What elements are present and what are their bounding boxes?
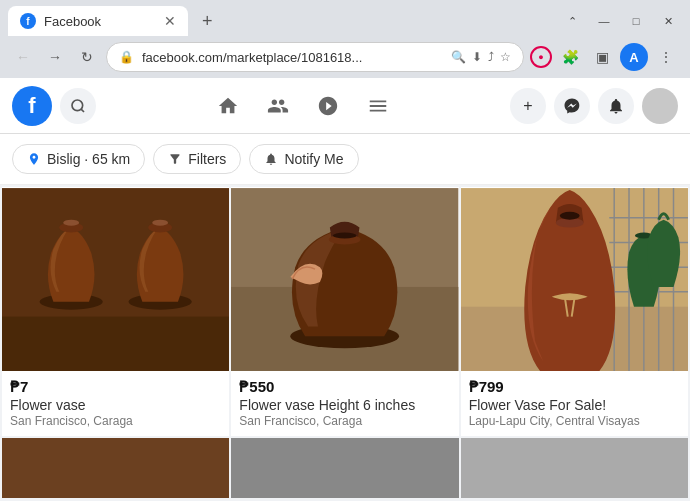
facebook-logo[interactable]: f — [12, 86, 52, 126]
minimize-button[interactable]: — — [590, 11, 618, 31]
filter-bar: Bislig · 65 km Filters Notify Me — [0, 134, 690, 185]
download-icon[interactable]: ⬇ — [472, 50, 482, 64]
notify-me-button[interactable]: Notify Me — [249, 144, 358, 174]
lock-icon: 🔒 — [119, 50, 134, 64]
location-text: Bislig · 65 km — [47, 151, 130, 167]
browser-profile-button[interactable]: A — [620, 43, 648, 71]
product-price-2: ₱550 — [239, 378, 450, 396]
plus-button[interactable]: + — [510, 88, 546, 124]
product-card-3[interactable]: ₱799 Flower Vase For Sale! Lapu-Lapu Cit… — [461, 187, 688, 436]
product-price-3: ₱799 — [469, 378, 680, 396]
close-button[interactable]: ✕ — [654, 11, 682, 31]
product-name-2: Flower vase Height 6 inches — [239, 397, 450, 413]
products-area: ₱7 Flower vase San Francisco, Caraga — [0, 185, 690, 500]
svg-point-0 — [72, 100, 83, 111]
product-info-3: ₱799 Flower Vase For Sale! Lapu-Lapu Cit… — [461, 372, 688, 436]
restore-button[interactable]: □ — [622, 11, 650, 31]
product-name-3: Flower Vase For Sale! — [469, 397, 680, 413]
window-controls: ⌃ — □ ✕ — [558, 11, 682, 31]
url-actions: 🔍 ⬇ ⤴ ☆ — [451, 50, 511, 64]
forward-button[interactable]: → — [42, 44, 68, 70]
active-tab[interactable]: f Facebook ✕ — [8, 6, 188, 36]
more-options-icon[interactable]: ⋮ — [652, 43, 680, 71]
notifications-button[interactable] — [598, 88, 634, 124]
star-icon[interactable]: ☆ — [500, 50, 511, 64]
partial-card-2[interactable] — [231, 438, 458, 498]
filters-button[interactable]: Filters — [153, 144, 241, 174]
extension-icon-red[interactable]: ● — [530, 46, 552, 68]
browser-toolbar: ● 🧩 ▣ A ⋮ — [530, 43, 680, 71]
url-bar[interactable]: 🔒 facebook.com/marketplace/1081618... 🔍 … — [106, 42, 524, 72]
partial-card-1[interactable] — [2, 438, 229, 498]
share-icon[interactable]: ⤴ — [488, 50, 494, 64]
svg-rect-3 — [2, 317, 229, 371]
nav-center-icons — [104, 84, 502, 128]
search-button[interactable] — [60, 88, 96, 124]
menu-icon[interactable] — [353, 84, 403, 128]
svg-point-6 — [63, 220, 79, 226]
product-image-3 — [461, 187, 688, 372]
messenger-button[interactable] — [554, 88, 590, 124]
friends-icon[interactable] — [253, 84, 303, 128]
tab-title: Facebook — [44, 14, 156, 29]
product-info-1: ₱7 Flower vase San Francisco, Caraga — [2, 372, 229, 436]
svg-point-9 — [152, 220, 168, 226]
address-bar: ← → ↻ 🔒 facebook.com/marketplace/1081618… — [0, 36, 690, 78]
product-location-2: San Francisco, Caraga — [239, 414, 450, 428]
groups-icon[interactable] — [303, 84, 353, 128]
product-name-1: Flower vase — [10, 397, 221, 413]
svg-point-14 — [333, 233, 357, 239]
fb-action-buttons: + — [510, 88, 678, 124]
tab-favicon: f — [20, 13, 36, 29]
product-card-1[interactable]: ₱7 Flower vase San Francisco, Caraga — [2, 187, 229, 436]
filters-label: Filters — [188, 151, 226, 167]
chevron-up-icon[interactable]: ⌃ — [558, 11, 586, 31]
new-tab-button[interactable]: + — [196, 9, 219, 34]
products-row2 — [2, 438, 688, 498]
product-image-2 — [231, 187, 458, 372]
product-image-1 — [2, 187, 229, 372]
svg-line-1 — [81, 109, 84, 112]
home-icon[interactable] — [203, 84, 253, 128]
split-tab-icon[interactable]: ▣ — [588, 43, 616, 71]
products-grid: ₱7 Flower vase San Francisco, Caraga — [2, 187, 688, 436]
location-filter[interactable]: Bislig · 65 km — [12, 144, 145, 174]
browser-chrome: f Facebook ✕ + ⌃ — □ ✕ ← → ↻ 🔒 facebook.… — [0, 0, 690, 78]
product-location-3: Lapu-Lapu City, Central Visayas — [469, 414, 680, 428]
puzzle-icon[interactable]: 🧩 — [556, 43, 584, 71]
product-card-2[interactable]: ₱550 Flower vase Height 6 inches San Fra… — [231, 187, 458, 436]
svg-point-28 — [559, 212, 579, 220]
tab-close-button[interactable]: ✕ — [164, 13, 176, 29]
tab-bar: f Facebook ✕ + ⌃ — □ ✕ — [0, 0, 690, 36]
product-location-1: San Francisco, Caraga — [10, 414, 221, 428]
back-button[interactable]: ← — [10, 44, 36, 70]
product-price-1: ₱7 — [10, 378, 221, 396]
facebook-navbar: f + — [0, 78, 690, 134]
user-avatar[interactable] — [642, 88, 678, 124]
product-info-2: ₱550 Flower vase Height 6 inches San Fra… — [231, 372, 458, 436]
partial-card-3[interactable] — [461, 438, 688, 498]
url-text: facebook.com/marketplace/1081618... — [142, 50, 443, 65]
notify-me-label: Notify Me — [284, 151, 343, 167]
search-url-icon[interactable]: 🔍 — [451, 50, 466, 64]
reload-button[interactable]: ↻ — [74, 44, 100, 70]
